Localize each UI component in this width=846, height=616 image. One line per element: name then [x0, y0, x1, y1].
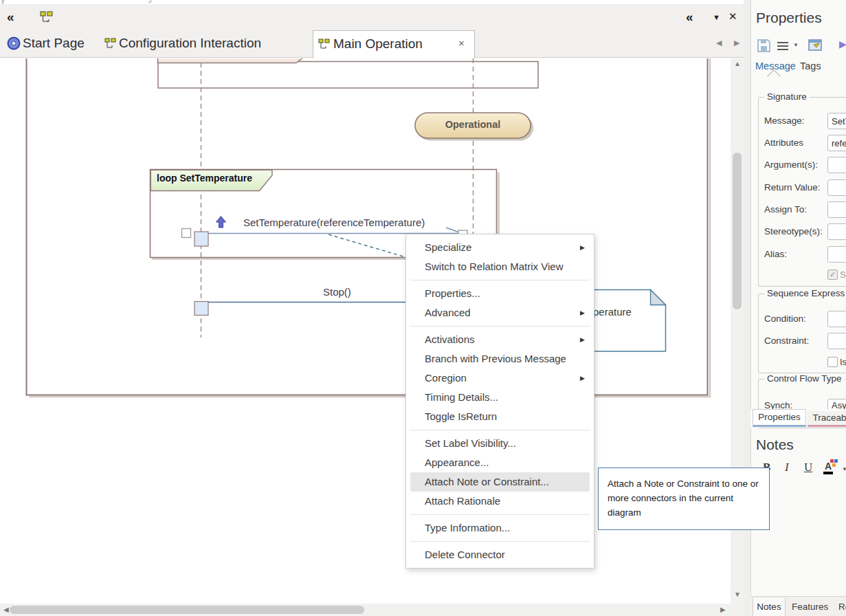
field-label: Attributes — [764, 138, 803, 148]
note-fold-corner — [651, 290, 666, 305]
submenu-arrow-icon: ▶ — [580, 330, 585, 349]
message-stop-label[interactable]: Stop() — [323, 286, 351, 298]
tab-scroll-left-icon[interactable]: ◀ — [716, 38, 722, 47]
menu-separator — [406, 511, 594, 518]
font-color-orange-swatch — [832, 463, 836, 467]
menu-item-coregion[interactable]: Coregion▶ — [406, 368, 594, 388]
signature-group: Signature Message: Attributes Argument(s… — [758, 97, 846, 287]
menu-item-switch-relation-matrix[interactable]: Switch to Relation Matrix View — [406, 257, 594, 276]
menu-separator — [406, 538, 594, 545]
italic-icon[interactable]: I — [785, 461, 789, 474]
app-window: { "chrome": { "collapse_left": "«", "col… — [0, 0, 846, 616]
return-value-field[interactable] — [827, 179, 846, 196]
vertical-scrollbar-thumb[interactable] — [733, 153, 742, 309]
window-menu-caret-icon[interactable]: ▼ — [713, 13, 720, 21]
menu-item-specialize[interactable]: Specialize▶ — [406, 238, 594, 257]
main-operation-tab-icon — [318, 38, 331, 51]
scroll-up-icon[interactable]: ▲ — [734, 60, 741, 67]
menu-item-type-information[interactable]: Type Information... — [406, 518, 594, 538]
notes-title: Notes — [756, 437, 794, 453]
tab-related-clipped[interactable]: Re — [838, 602, 846, 612]
sequence-diagram-icon[interactable] — [40, 10, 54, 24]
tab-scroll-right-icon[interactable]: ▶ — [734, 38, 739, 47]
upper-fragment-body[interactable] — [158, 62, 538, 89]
menu-hamburger-icon[interactable] — [777, 40, 788, 52]
upper-fragment-label-pentagon[interactable] — [158, 58, 308, 63]
signature-checkbox[interactable]: ✓ — [827, 270, 838, 280]
menu-item-activations[interactable]: Activations▶ — [406, 330, 594, 349]
tab-traceability[interactable]: Traceabil — [808, 411, 846, 427]
collapse-toolbar-icon[interactable]: « — [7, 10, 14, 25]
arguments-field[interactable] — [827, 157, 846, 173]
tab-notes[interactable]: Notes — [753, 598, 786, 616]
stereotypes-field[interactable] — [827, 223, 846, 240]
message-settemperature-label[interactable]: SetTemperature(referenceTemperature) — [243, 217, 425, 228]
state-operational-label: Operational — [415, 119, 531, 130]
menu-separator — [406, 322, 594, 330]
menu-item-branch-previous-message[interactable]: Branch with Previous Message — [406, 349, 594, 368]
menu-separator — [406, 276, 594, 284]
field-label: Stereotype(s): — [764, 226, 823, 236]
menu-item-delete-connector[interactable]: Delete Connector — [406, 545, 594, 564]
panel-tab-message[interactable]: Message — [755, 60, 796, 72]
tab-start-page[interactable]: Start Page — [23, 36, 85, 51]
tab-main-operation[interactable]: Main Operation × — [313, 30, 475, 58]
scroll-right-icon[interactable]: ▶ — [720, 606, 726, 613]
font-color-caret-icon[interactable]: ▼ — [842, 466, 846, 472]
is-checkbox[interactable] — [827, 357, 838, 367]
close-window-icon[interactable]: ✕ — [728, 10, 737, 23]
message-field[interactable] — [827, 113, 846, 129]
sequence-expression-group: Sequence Express Condition: Constraint: … — [758, 294, 846, 373]
set-focus-window-icon[interactable] — [808, 38, 823, 53]
field-label: Argument(s): — [764, 160, 818, 170]
properties-panel-title: Properties — [756, 10, 822, 26]
expand-right-icon[interactable]: ▶ — [839, 38, 846, 50]
tab-main-operation-label: Main Operation — [333, 36, 423, 52]
assign-to-field[interactable] — [827, 201, 846, 218]
tab-features[interactable]: Features — [792, 602, 828, 612]
menu-item-timing-details[interactable]: Timing Details... — [406, 388, 594, 407]
activation-bar-1[interactable] — [194, 232, 208, 246]
panel-bottom-tabstrip: Properties Traceabil — [750, 409, 846, 428]
field-label: Condition: — [764, 314, 806, 324]
condition-field[interactable] — [827, 311, 846, 327]
signature-checkbox-label: S — [840, 270, 846, 280]
horizontal-scrollbar-thumb[interactable] — [10, 606, 364, 614]
collapse-panel-icon[interactable]: « — [686, 10, 693, 25]
loop-fragment-label: loop SetTemperature — [157, 173, 252, 184]
menu-tooltip: Attach a Note or Constraint to one or mo… — [598, 468, 770, 530]
menu-item-toggle-isreturn[interactable]: Toggle IsReturn — [406, 407, 594, 426]
attributes-field[interactable] — [827, 135, 846, 151]
tab-properties[interactable]: Properties — [753, 409, 806, 427]
menu-item-attach-rationale[interactable]: Attach Rationale — [406, 492, 594, 511]
font-color-red-swatch — [830, 459, 834, 463]
menu-item-attach-note-or-constraint[interactable]: Attach Note or Constraint... — [410, 472, 590, 492]
selection-handle-left[interactable] — [182, 229, 191, 238]
menu-item-appearance[interactable]: Appearance... — [406, 453, 594, 472]
configuration-interaction-tab-icon — [104, 38, 117, 50]
tab-configuration-interaction[interactable]: Configuration Interaction — [119, 36, 261, 51]
message-settemperature-arrow[interactable] — [208, 228, 463, 234]
menu-item-properties[interactable]: Properties... — [406, 284, 594, 303]
activation-bar-2[interactable] — [194, 302, 208, 316]
scroll-left-icon[interactable]: ◀ — [3, 606, 9, 613]
menu-separator — [406, 426, 594, 434]
menu-caret-icon[interactable]: ▼ — [793, 42, 799, 48]
start-page-icon — [7, 36, 21, 50]
navigate-up-arrow-icon — [216, 217, 226, 228]
context-menu: Specialize▶ Switch to Relation Matrix Vi… — [405, 234, 594, 569]
panel-tab-tags[interactable]: Tags — [800, 60, 821, 72]
alias-field[interactable] — [827, 246, 846, 263]
horizontal-scrollbar[interactable]: ◀ ▶ — [0, 604, 744, 616]
field-label: Assign To: — [764, 204, 807, 214]
font-color-icon[interactable]: A — [823, 461, 833, 474]
menu-item-set-label-visibility[interactable]: Set Label Visibility... — [406, 434, 594, 453]
is-checkbox-label: Is — [840, 357, 846, 367]
menu-item-advanced[interactable]: Advanced▶ — [406, 303, 594, 322]
constraint-field[interactable] — [827, 333, 846, 349]
save-icon[interactable] — [757, 38, 771, 53]
underline-icon[interactable]: U — [804, 461, 812, 474]
note-text: perature — [593, 306, 632, 318]
scroll-down-icon[interactable]: ▼ — [734, 591, 741, 598]
tab-close-icon[interactable]: × — [458, 37, 465, 49]
